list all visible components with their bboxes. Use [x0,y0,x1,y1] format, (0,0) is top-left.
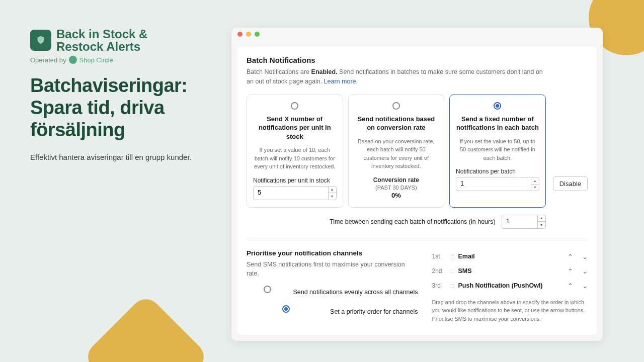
channel-row[interactable]: 3rd :: Push Notification (PushOwl) ⌃⌄ [432,279,588,293]
card-number-input[interactable]: 1 ▲▼ [456,177,539,191]
chevron-down-icon[interactable]: ⌄ [582,282,588,290]
learn-more-link[interactable]: Learn more. [324,78,358,85]
radio-icon[interactable] [282,305,290,313]
stepper-up-icon[interactable]: ▲ [329,187,336,194]
app-window: Batch Notifications Batch Notifications … [231,28,603,341]
app-icon [30,30,51,51]
batch-desc: Batch Notifications are Enabled. Send no… [247,67,546,86]
channel-order: 3rd [432,282,450,289]
app-name-line1: Back in Stock & [56,28,147,40]
batch-title: Batch Notifications [247,56,546,64]
stepper-down-icon[interactable]: ▼ [531,185,539,191]
card-desc: If you set a value of 10, each batch wil… [253,146,337,171]
batch-option-card[interactable]: Send a fixed number of notifications in … [449,95,546,208]
chevron-down-icon[interactable]: ⌄ [582,253,588,260]
channel-row[interactable]: 1st :: Email ⌃⌄ [432,249,588,264]
conversion-sub: (PAST 30 DAYS) [355,185,438,191]
drag-handle-icon[interactable]: :: [450,267,458,275]
channel-order: 2nd [432,267,450,275]
card-title: Send X number of notifications per unit … [253,115,337,141]
card-field-label: Notifications per unit in stock [253,177,337,184]
radio-label: Set a priority order for channels [330,308,418,315]
conversion-value: 0% [355,192,438,199]
card-desc: If you set the value to 50, up to 50 cus… [456,137,539,162]
conversion-label: Conversion rate [355,176,438,184]
operated-by: Operated by Shop Circle [30,56,216,64]
marketing-sidebar: Back in Stock & Restock Alerts Operated … [30,28,216,163]
window-titlebar [231,28,603,41]
priority-title: Prioritise your notification channels [247,249,418,257]
chevron-up-icon[interactable]: ⌃ [568,253,573,260]
channel-name: Push Notification (PushOwl) [458,282,568,289]
app-name-line2: Restock Alerts [56,40,147,53]
window-zoom-icon[interactable] [255,32,260,37]
card-title: Send a fixed number of notifications in … [456,115,539,132]
chevron-down-icon[interactable]: ⌄ [582,267,588,275]
window-minimize-icon[interactable] [246,32,251,37]
priority-radio-option[interactable]: Set a priority order for channels [247,305,418,318]
shop-circle-icon [69,56,77,64]
channel-order: 1st [432,253,450,260]
decor-diamond [82,293,210,362]
drag-handle-icon[interactable]: :: [450,253,458,260]
app-logo: Back in Stock & Restock Alerts [30,28,216,53]
stepper-down-icon[interactable]: ▼ [329,193,336,200]
stepper-up-icon[interactable]: ▲ [538,215,545,222]
time-between-label: Time between sending each batch of notif… [330,218,496,225]
channel-row[interactable]: 2nd :: SMS ⌃⌄ [432,264,588,279]
radio-icon[interactable] [392,102,400,110]
time-between-input[interactable]: 1 ▲ ▼ [502,215,546,229]
card-number-input[interactable]: 5 ▲▼ [253,186,337,200]
chevron-up-icon[interactable]: ⌃ [568,267,573,275]
stepper-down-icon[interactable]: ▼ [538,222,545,228]
radio-icon[interactable] [494,102,501,110]
card-desc: Based on your conversion rate, each batc… [355,137,438,170]
drag-handle-icon[interactable]: :: [450,282,458,289]
disable-button[interactable]: Disable [553,176,588,191]
radio-label: Send notifications evenly across all cha… [293,289,418,296]
priority-radio-option[interactable]: Send notifications evenly across all cha… [247,286,418,298]
headline: Batchaviseringar: Spara tid, driva försä… [30,75,216,141]
batch-option-card[interactable]: Send X number of notifications per unit … [247,95,343,208]
stepper-up-icon[interactable]: ▲ [531,177,539,185]
divider [247,240,588,240]
radio-icon[interactable] [264,286,271,293]
card-field-label: Notifications per batch [456,168,539,175]
channel-name: Email [458,253,568,260]
batch-option-card[interactable]: Send notifications based on conversion r… [348,95,445,208]
chevron-up-icon[interactable]: ⌃ [568,282,573,290]
channel-name: SMS [458,267,568,275]
window-close-icon[interactable] [237,32,243,37]
subheadline: Effektivt hantera aviseringar till en gr… [30,152,216,163]
priority-sub: Send SMS notifications first to maximise… [247,260,418,279]
radio-icon[interactable] [291,102,298,110]
priority-hint: Drag and drop the channels above to spec… [432,298,588,323]
card-title: Send notifications based on conversion r… [355,115,438,132]
